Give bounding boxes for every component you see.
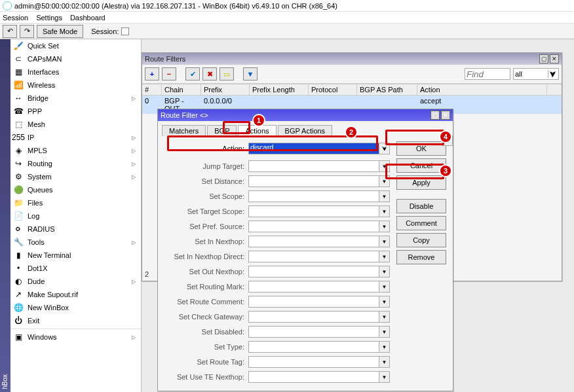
col--[interactable]: # (142, 84, 162, 95)
sidebar-item-mpls[interactable]: ◈MPLS▷ (10, 144, 141, 157)
bridge-icon: ↔ (13, 93, 24, 103)
sidebar-item-label: Windows (28, 333, 57, 341)
tab-bgp[interactable]: BGP (207, 125, 237, 136)
remove-button[interactable]: Remove (396, 250, 446, 264)
route-filter-dialog: Route Filter <> ▢ ✕ MatchersBGPActionsBG… (157, 109, 453, 391)
ok-button[interactable]: OK (396, 141, 446, 156)
col-prefix[interactable]: Prefix (201, 84, 250, 95)
dropdown-icon[interactable]: ▼ (379, 221, 390, 232)
sidebar-item-system[interactable]: ⚙System▷ (10, 170, 141, 183)
sidebar-item-wireless[interactable]: 📶Wireless (10, 79, 141, 92)
input-set-out-nexthop-[interactable] (248, 266, 379, 277)
route-filter-titlebar[interactable]: Route Filter <> ▢ ✕ (158, 109, 453, 121)
add-button[interactable]: + (145, 67, 159, 80)
apply-button[interactable]: Apply (396, 175, 446, 190)
route-filters-titlebar[interactable]: Route Filters ▢ ✕ (142, 53, 562, 65)
dropdown-icon[interactable]: ▼ (379, 356, 390, 368)
input-set-use-te-nexthop-[interactable] (248, 371, 379, 383)
sidebar-item-exit[interactable]: ⏻Exit (10, 314, 141, 327)
dropdown-icon[interactable]: ▼ (379, 205, 390, 217)
label-set-in-nexthop-: Set In Nexthop: (164, 238, 248, 245)
sidebar-item-ip[interactable]: 255IP▷ (10, 131, 141, 144)
sidebar-item-quick-set[interactable]: 🖌️Quick Set (10, 39, 141, 52)
dropdown-icon[interactable]: ▼ (379, 296, 390, 308)
input-set-pref-source-[interactable] (248, 221, 379, 232)
input-set-disabled-[interactable] (248, 326, 379, 338)
undo-button[interactable]: ↶ (3, 25, 17, 38)
dropdown-icon[interactable]: ▼ (379, 236, 390, 247)
safe-mode-button[interactable]: Safe Mode (37, 25, 83, 38)
menu-session[interactable]: Session (3, 14, 28, 22)
close-icon[interactable]: ✕ (550, 54, 559, 63)
sidebar-item-routing[interactable]: ↪Routing▷ (10, 157, 141, 170)
tab-bgp-actions[interactable]: BGP Actions (278, 125, 333, 136)
col-bgp-as-path[interactable]: BGP AS Path (357, 84, 417, 95)
sidebar-item-label: CAPsMAN (28, 55, 62, 63)
filter-scope-combo[interactable]: all⮟ (513, 68, 559, 80)
dropdown-icon[interactable]: ▼ (379, 371, 390, 383)
menu-dashboard[interactable]: Dashboard (70, 14, 105, 22)
sidebar-item-mesh[interactable]: ⬚Mesh (10, 118, 141, 131)
sidebar-item-new-terminal[interactable]: ▮New Terminal (10, 249, 141, 262)
comment-button[interactable]: Comment (396, 216, 446, 230)
maximize-icon[interactable]: ▢ (430, 111, 440, 120)
maximize-icon[interactable]: ▢ (539, 54, 548, 63)
enable-button[interactable]: ✔ (185, 67, 200, 80)
input-set-type-[interactable] (248, 341, 379, 353)
dropdown-icon[interactable]: ▼ (379, 266, 390, 277)
sidebar-item-bridge[interactable]: ↔Bridge▷ (10, 92, 141, 105)
input-set-check-gateway-[interactable] (248, 311, 379, 323)
sidebar-item-make-supout-rif[interactable]: ↗Make Supout.rif (10, 288, 141, 301)
dropdown-icon[interactable]: ▼ (379, 341, 390, 353)
disable-button[interactable]: Disable (396, 199, 446, 213)
dropdown-icon[interactable]: ▼ (379, 190, 390, 202)
sidebar-item-interfaces[interactable]: ▦Interfaces (10, 65, 141, 79)
input-set-target-scope-[interactable] (248, 205, 379, 217)
close-icon[interactable]: ✕ (441, 111, 450, 120)
disable-button[interactable]: ✖ (202, 67, 217, 80)
chevron-right-icon: ▷ (132, 279, 138, 285)
filter-button[interactable]: ▼ (243, 67, 258, 80)
label-set-disabled-: Set Disabled: (164, 328, 248, 336)
comment-button[interactable]: ▭ (220, 67, 234, 80)
sidebar-item-tools[interactable]: 🔧Tools▷ (10, 236, 141, 249)
sidebar-item-capsman[interactable]: ⊂CAPsMAN (10, 52, 141, 65)
remove-button[interactable]: − (162, 67, 176, 80)
input-set-in-nexthop-[interactable] (248, 236, 379, 247)
session-checkbox[interactable] (121, 27, 129, 35)
sidebar-item-new-winbox[interactable]: 🌐New WinBox (10, 301, 141, 314)
input-set-route-comment-[interactable] (248, 296, 379, 308)
col-action[interactable]: Action (417, 84, 547, 95)
sidebar-item-files[interactable]: 📁Files (10, 196, 141, 209)
sidebar-item-radius[interactable]: ⭘RADIUS (10, 223, 141, 236)
dropdown-icon[interactable]: ▼ (379, 251, 390, 262)
input-set-in-nexthop-direct-[interactable] (248, 251, 379, 262)
input-action-[interactable]: discard (248, 143, 379, 154)
input-set-scope-[interactable] (248, 190, 379, 202)
dropdown-icon[interactable]: ▼ (379, 175, 390, 187)
input-set-distance-[interactable] (248, 175, 379, 187)
tab-matchers[interactable]: Matchers (162, 125, 206, 136)
dropdown-icon[interactable]: ▼ (379, 281, 390, 293)
col-protocol[interactable]: Protocol (309, 84, 357, 95)
dropdown-icon[interactable]: ▼ (379, 311, 390, 323)
sidebar-item-dude[interactable]: ◐Dude▷ (10, 275, 141, 288)
sidebar-item-ppp[interactable]: ☎PPP (10, 105, 141, 118)
col-prefix-length[interactable]: Prefix Length (250, 84, 309, 95)
find-input[interactable] (465, 68, 510, 80)
menu-settings[interactable]: Settings (36, 14, 62, 22)
sidebar-item-queues[interactable]: 🟢Queues (10, 183, 141, 196)
sidebar-item-log[interactable]: 📄Log (10, 209, 141, 223)
input-set-routing-mark-[interactable] (248, 281, 379, 293)
copy-button[interactable]: Copy (396, 233, 446, 247)
label-set-scope-: Set Scope: (164, 192, 248, 200)
redo-button[interactable]: ↷ (20, 25, 34, 38)
input-set-route-tag-[interactable] (248, 356, 379, 368)
dropdown-icon[interactable]: ⮟ (379, 143, 390, 154)
col-chain[interactable]: Chain (162, 84, 201, 95)
sidebar-item-dot1x[interactable]: •Dot1X (10, 262, 141, 275)
dropdown-icon[interactable]: ▼ (379, 326, 390, 338)
input-jump-target-[interactable] (248, 160, 379, 172)
dropdown-icon[interactable]: ▼ (379, 160, 390, 172)
sidebar-item-windows[interactable]: ▣Windows▷ (10, 330, 141, 344)
